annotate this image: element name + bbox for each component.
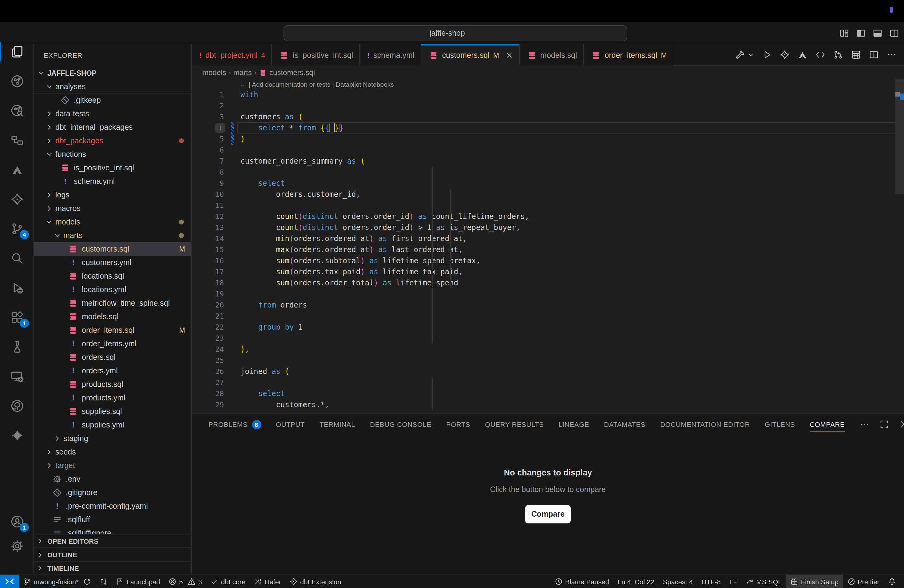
- status-indentation[interactable]: Spaces: 4: [659, 575, 697, 588]
- code-line-3[interactable]: 3customers as (: [192, 111, 904, 122]
- tree-folder-dbt-packages[interactable]: dbt_packages: [34, 134, 191, 148]
- tree-file-orders-sql[interactable]: orders.sql: [34, 351, 191, 364]
- code-line-16[interactable]: 16 sum(orders.subtotal) as lifetime_spen…: [192, 255, 904, 266]
- codelens-actions[interactable]: ··· | Add documentation or tests | Datap…: [240, 81, 394, 88]
- code-line-18[interactable]: 18 sum(orders.order_total) as lifetime_s…: [192, 277, 904, 288]
- status-remote-indicator[interactable]: [0, 575, 19, 588]
- code-line-25[interactable]: 25: [192, 355, 904, 366]
- tree-file-products-yml[interactable]: !products.yml: [34, 391, 191, 405]
- status-encoding[interactable]: UTF-8: [697, 575, 725, 588]
- tree-file-models-sql[interactable]: models.sql: [34, 310, 191, 324]
- tree-folder-macros[interactable]: macros: [34, 202, 191, 215]
- code-line-14[interactable]: 14 min(orders.ordered_at) as first_order…: [192, 233, 904, 244]
- code-line-6[interactable]: 6: [192, 145, 904, 156]
- tree-file-order-items-yml[interactable]: !order_items.yml: [34, 337, 191, 351]
- status-prettier[interactable]: Prettier: [843, 575, 884, 588]
- code-line-26[interactable]: 26joined as (: [192, 366, 904, 377]
- code-icon[interactable]: [815, 50, 825, 60]
- code-line-11[interactable]: 11: [192, 200, 904, 211]
- status-finish-setup[interactable]: Finish Setup: [786, 575, 843, 588]
- activity-run-debug[interactable]: [0, 274, 34, 302]
- tree-file-orders-yml[interactable]: !orders.yml: [34, 364, 191, 378]
- code-line-24[interactable]: 24),: [192, 344, 904, 355]
- tree-folder-marts[interactable]: marts: [34, 229, 191, 242]
- code-line-10[interactable]: 10 orders.customer_id,: [192, 189, 904, 200]
- status-language-mode[interactable]: MS SQL: [742, 575, 786, 588]
- close-panel-icon[interactable]: [899, 419, 904, 429]
- activity-search[interactable]: [0, 244, 34, 272]
- code-line-15[interactable]: 15 max(orders.ordered_at) as last_ordere…: [192, 244, 904, 255]
- toggle-panel-icon[interactable]: [872, 28, 882, 38]
- code-line-20[interactable]: 20 from orders: [192, 300, 904, 311]
- maximize-panel-icon[interactable]: [879, 419, 889, 429]
- sidebar-section-open-editors[interactable]: OPEN EDITORS: [34, 534, 191, 547]
- breadcrumb-item[interactable]: customers.sql: [259, 68, 315, 77]
- panel-tab-output[interactable]: OUTPUT: [276, 414, 305, 435]
- code-line-1[interactable]: 1with: [192, 89, 904, 100]
- tree-file--gitkeep[interactable]: .gitkeep: [34, 93, 191, 107]
- breadcrumb-item[interactable]: marts: [233, 68, 252, 77]
- panel-tab-debug-console[interactable]: DEBUG CONSOLE: [370, 414, 431, 435]
- sidebar-section-timeline[interactable]: TIMELINE: [34, 561, 191, 574]
- activity-source-control[interactable]: 4: [0, 215, 34, 243]
- status-launchpad[interactable]: Launchpad: [112, 575, 164, 588]
- code-line-4[interactable]: 4+ select * from {{ }}: [192, 122, 904, 133]
- panel-tab-ports[interactable]: PORTS: [446, 414, 470, 435]
- panel-tab-datamates[interactable]: DATAMATES: [604, 414, 645, 435]
- code-line-19[interactable]: 19: [192, 288, 904, 300]
- customize-layout-icon[interactable]: [839, 28, 849, 38]
- code-line-21[interactable]: 21: [192, 311, 904, 322]
- status-dbt-core[interactable]: dbt core: [206, 575, 250, 588]
- tree-folder-models[interactable]: models: [34, 215, 191, 229]
- code-line-9[interactable]: 9 select: [192, 178, 904, 189]
- status-defer[interactable]: Defer: [250, 575, 285, 588]
- chevron-down-icon[interactable]: [748, 52, 754, 58]
- tree-folder-data-tests[interactable]: data-tests: [34, 107, 191, 120]
- datafold-icon[interactable]: [798, 50, 808, 60]
- tree-folder-jaffle-shop[interactable]: JAFFLE-SHOP: [34, 66, 191, 80]
- query-table-icon[interactable]: [851, 50, 861, 60]
- activity-github[interactable]: [0, 392, 34, 420]
- panel-tab-lineage[interactable]: LINEAGE: [559, 414, 589, 435]
- tab-order-items-sql[interactable]: order_items.sqlM: [584, 44, 674, 66]
- activity-git-graph-search[interactable]: [0, 96, 34, 125]
- status-git-branch[interactable]: mwong-fusion*: [19, 575, 95, 588]
- tree-file-products-sql[interactable]: products.sql: [34, 378, 191, 391]
- panel-tab-query-results[interactable]: QUERY RESULTS: [485, 414, 544, 435]
- tab-models-sql[interactable]: models.sql: [519, 44, 584, 66]
- status-dbt-extension[interactable]: dbt Extension: [285, 575, 345, 588]
- tab-dbt-project-yml[interactable]: !dbt_project.yml4: [192, 44, 272, 66]
- tree-file--gitignore[interactable]: .gitignore: [34, 486, 191, 499]
- sidebar-section-outline[interactable]: OUTLINE: [34, 547, 191, 561]
- activity-dbt-power-user[interactable]: [0, 185, 34, 213]
- tree-file-customers-yml[interactable]: !customers.yml: [34, 256, 191, 269]
- code-line-2[interactable]: 2: [192, 100, 904, 111]
- compare-button[interactable]: Compare: [525, 505, 571, 523]
- activity-accounts[interactable]: 1: [0, 507, 34, 536]
- command-center-search[interactable]: [283, 25, 627, 41]
- tree-folder-functions[interactable]: functions: [34, 148, 191, 161]
- tab-schema-yml[interactable]: !schema.yml: [360, 44, 421, 66]
- tab-is-positive-int-sql[interactable]: is_positive_int.sql: [272, 44, 360, 66]
- tree-folder-analyses[interactable]: analyses: [34, 80, 191, 93]
- run-icon[interactable]: [762, 50, 772, 60]
- tree-folder-staging[interactable]: staging: [34, 432, 191, 445]
- more-ellipsis-icon[interactable]: [860, 419, 869, 429]
- tree-file--pre-commit-config-yaml[interactable]: !.pre-commit-config.yaml: [34, 499, 191, 513]
- tree-file-supplies-sql[interactable]: supplies.sql: [34, 405, 191, 418]
- code-line-28[interactable]: 28 select: [192, 388, 904, 399]
- activity-source-control-graph[interactable]: [0, 67, 34, 95]
- activity-settings[interactable]: [0, 532, 34, 560]
- code-line-17[interactable]: 17 sum(orders.tax_paid) as lifetime_tax_…: [192, 266, 904, 277]
- git-compare-icon[interactable]: [833, 50, 843, 60]
- activity-extensions[interactable]: 1: [0, 303, 34, 332]
- status-notifications[interactable]: [884, 575, 900, 588]
- tree-folder-seeds[interactable]: seeds: [34, 445, 191, 459]
- activity-explorer[interactable]: [0, 38, 34, 66]
- toggle-sidebar-icon[interactable]: [856, 28, 866, 38]
- activity-dbt-filled[interactable]: [0, 421, 34, 450]
- close-icon[interactable]: [505, 51, 512, 59]
- tree-folder-dbt-internal-packages[interactable]: dbt_internal_packages: [34, 120, 191, 134]
- more-ellipsis-icon[interactable]: [887, 50, 897, 60]
- tab-customers-sql[interactable]: customers.sqlM: [421, 44, 519, 66]
